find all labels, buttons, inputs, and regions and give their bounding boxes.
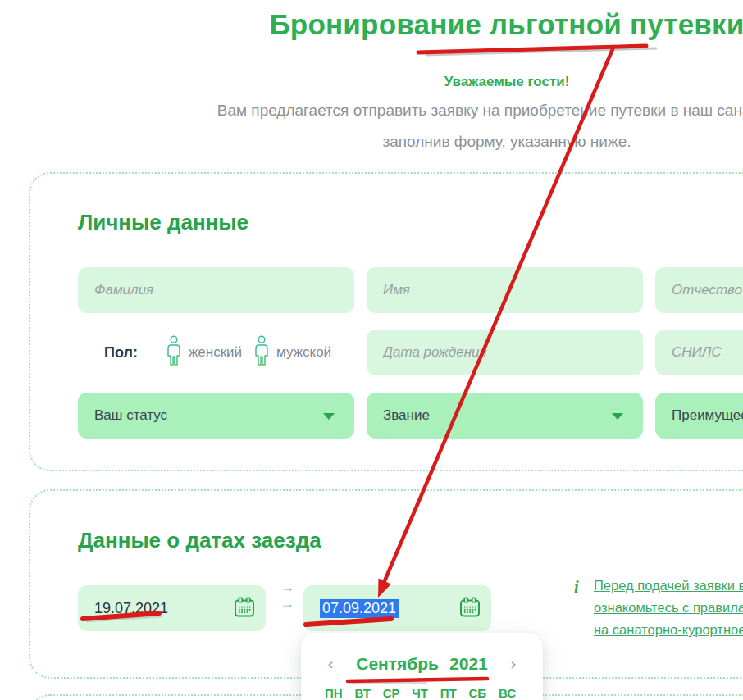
birthdate-input[interactable] <box>367 330 643 375</box>
chevron-down-icon <box>323 413 335 420</box>
page-header: Бронирование льготной путевки Уважаемые … <box>0 0 743 152</box>
rules-link-line2: ознакомьтесь с правилами <box>594 597 743 619</box>
calendar-month-label: Сентябрь <box>356 654 439 673</box>
calendar-year-label: 2021 <box>449 654 488 673</box>
rank-select[interactable]: Звание <box>367 393 643 439</box>
patronymic-input[interactable] <box>655 267 743 313</box>
calendar-icon[interactable] <box>234 597 257 620</box>
gender-option-male[interactable]: мужской <box>253 335 331 370</box>
status-select[interactable]: Ваш статус <box>78 393 354 439</box>
rules-link[interactable]: Перед подачей заявки внимательно ознаком… <box>594 575 743 641</box>
weekday-header: СР <box>383 686 400 700</box>
info-icon: i <box>574 578 579 597</box>
gender-male-label: мужской <box>276 344 331 361</box>
greeting-text: Уважаемые гости! <box>0 74 743 90</box>
gender-label: Пол: <box>104 344 138 361</box>
weekday-header: ПТ <box>440 686 457 700</box>
weekday-header: ВС <box>499 686 516 700</box>
intro-text-line2: заполнив форму, указанную ниже. <box>0 131 743 152</box>
checkout-date-field[interactable]: 07.09.2021 <box>303 585 491 631</box>
intro-text-line1: Вам предлагается отправить заявку на при… <box>0 100 743 121</box>
rules-link-line3: на санаторно-курортное лечение <box>594 619 743 641</box>
calendar-next-button[interactable]: › <box>510 655 517 673</box>
benefit-select[interactable]: Преимущество <box>655 393 743 439</box>
date-range-arrows: → → <box>276 579 299 611</box>
snils-input[interactable] <box>655 330 743 375</box>
calendar-prev-button[interactable]: ‹ <box>327 655 334 673</box>
male-person-icon <box>253 335 270 370</box>
benefit-select-label: Преимущество <box>672 407 743 424</box>
weekday-header: ПН <box>325 686 343 700</box>
surname-input[interactable] <box>78 267 354 313</box>
weekday-header: ЧТ <box>412 686 428 700</box>
page-title: Бронирование льготной путевки <box>0 8 743 41</box>
rank-select-label: Звание <box>383 407 430 424</box>
weekday-header: ВТ <box>354 686 370 700</box>
checkout-date-value: 07.09.2021 <box>320 599 399 618</box>
arrow-right-icon: → <box>276 579 299 595</box>
firstname-input[interactable] <box>367 267 643 313</box>
checkin-date-value: 19.07.2021 <box>94 600 168 617</box>
booking-page: Бронирование льготной путевки Уважаемые … <box>0 0 743 700</box>
dates-section-heading: Данные о датах заезда <box>78 528 321 553</box>
calendar-header: ‹ Сентябрь2021 › <box>301 654 543 674</box>
gender-row: Пол: женский мужской <box>78 330 354 375</box>
calendar-popup: ‹ Сентябрь2021 › ПН ВТ СР ЧТ ПТ СБ ВС <box>301 633 543 700</box>
calendar-weekday-row: ПН ВТ СР ЧТ ПТ СБ ВС <box>301 686 543 700</box>
chevron-down-icon <box>612 413 623 420</box>
checkin-date-field[interactable]: 19.07.2021 <box>78 585 266 631</box>
arrow-right-icon: → <box>276 595 299 611</box>
personal-section-heading: Личные данные <box>78 210 248 235</box>
gender-option-female[interactable]: женский <box>166 335 242 370</box>
weekday-header: СБ <box>468 686 486 700</box>
personal-data-section: Личные данные Пол: женский мужской Ваш с… <box>29 172 743 471</box>
calendar-month-year: Сентябрь2021 <box>356 654 488 674</box>
status-select-label: Ваш статус <box>94 407 167 424</box>
female-person-icon <box>166 335 182 370</box>
calendar-icon[interactable] <box>459 597 482 620</box>
rules-link-line1: Перед подачей заявки внимательно <box>594 575 743 597</box>
gender-female-label: женский <box>189 344 242 361</box>
